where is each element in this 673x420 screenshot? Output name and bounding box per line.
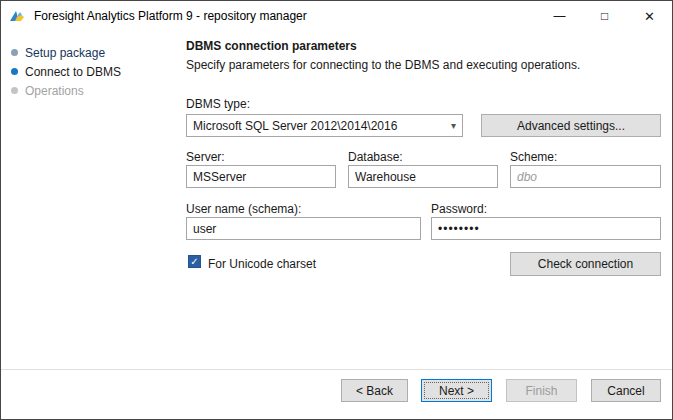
- window-title: Foresight Analytics Platform 9 - reposit…: [34, 9, 307, 23]
- scheme-input[interactable]: [510, 165, 661, 188]
- repository-manager-window: Foresight Analytics Platform 9 - reposit…: [0, 0, 673, 420]
- next-button[interactable]: Next >: [421, 379, 492, 402]
- page-title: DBMS connection parameters: [186, 39, 357, 53]
- check-connection-button[interactable]: Check connection: [510, 252, 661, 276]
- step-connect-to-dbms[interactable]: Connect to DBMS: [11, 62, 121, 81]
- dbms-type-dropdown[interactable]: Microsoft SQL Server 2012\2014\2016 ▾: [186, 114, 463, 137]
- wizard-steps: Setup package Connect to DBMS Operations: [11, 43, 121, 100]
- database-input[interactable]: [348, 165, 498, 188]
- cancel-button[interactable]: Cancel: [591, 379, 661, 402]
- minimize-icon: —: [554, 9, 566, 23]
- password-input[interactable]: [431, 217, 661, 240]
- step-operations: Operations: [11, 81, 121, 100]
- close-icon: ✕: [644, 9, 655, 24]
- maximize-icon: □: [601, 9, 608, 23]
- close-button[interactable]: ✕: [627, 1, 672, 31]
- maximize-button[interactable]: □: [582, 1, 627, 31]
- step-label: Operations: [25, 84, 84, 98]
- unicode-charset-checkbox[interactable]: ✓: [188, 255, 201, 268]
- unicode-charset-label[interactable]: For Unicode charset: [208, 257, 316, 271]
- back-button[interactable]: < Back: [341, 379, 408, 402]
- title-bar[interactable]: Foresight Analytics Platform 9 - reposit…: [1, 1, 672, 31]
- footer-divider: [1, 369, 672, 370]
- chevron-down-icon: ▾: [451, 120, 456, 131]
- dbms-type-value: Microsoft SQL Server 2012\2014\2016: [193, 119, 445, 133]
- dbms-type-label: DBMS type:: [186, 97, 250, 111]
- minimize-button[interactable]: —: [537, 1, 582, 31]
- server-label: Server:: [186, 150, 225, 164]
- window-controls: — □ ✕: [537, 1, 672, 31]
- database-label: Database:: [348, 150, 403, 164]
- app-icon: [9, 8, 25, 24]
- checkmark-icon: ✓: [190, 257, 198, 267]
- step-setup-package[interactable]: Setup package: [11, 43, 121, 62]
- step-bullet-icon: [11, 49, 18, 56]
- advanced-settings-button[interactable]: Advanced settings...: [481, 114, 661, 137]
- page-subtitle: Specify parameters for connecting to the…: [186, 58, 580, 72]
- username-label: User name (schema):: [186, 202, 301, 216]
- step-bullet-icon: [11, 68, 18, 75]
- username-input[interactable]: [186, 217, 421, 240]
- step-label: Connect to DBMS: [25, 65, 121, 79]
- step-label: Setup package: [25, 46, 105, 60]
- scheme-label: Scheme:: [510, 150, 557, 164]
- step-bullet-icon: [11, 87, 18, 94]
- server-input[interactable]: [186, 165, 336, 188]
- password-label: Password:: [431, 202, 487, 216]
- finish-button: Finish: [506, 379, 577, 402]
